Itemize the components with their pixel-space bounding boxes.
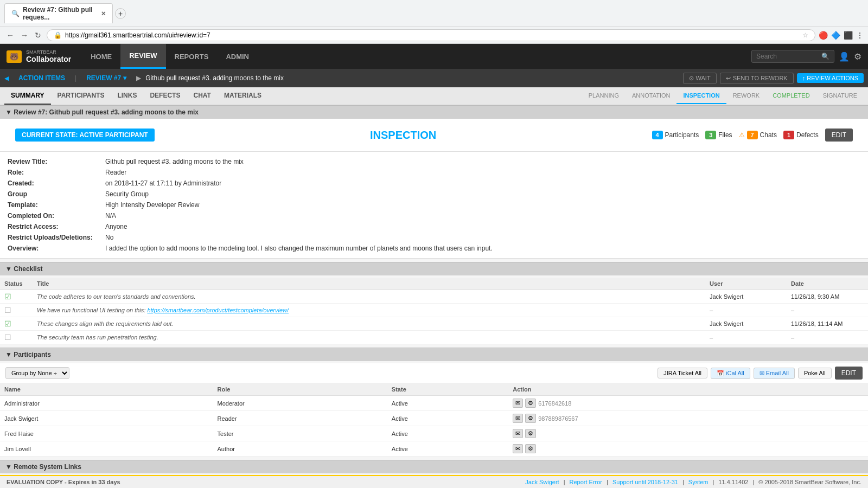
participant-name: Fred Haise <box>0 426 213 441</box>
ical-all-btn[interactable]: 📅 iCal All <box>711 368 750 379</box>
wait-btn[interactable]: ⊙ WAIT <box>683 73 717 84</box>
settings-btn[interactable]: ⚙ <box>525 429 536 438</box>
forward-btn[interactable]: → <box>18 30 30 41</box>
star-icon[interactable]: ☆ <box>802 31 808 39</box>
footer-links: Jack Swigert | Report Error | Support un… <box>525 479 861 485</box>
tab-summary[interactable]: SUMMARY <box>4 87 51 105</box>
browser-ext-1[interactable]: 🔴 <box>819 31 828 40</box>
checkbox-checked-icon[interactable]: ☑ <box>4 292 11 301</box>
stage-completed[interactable]: COMPLETED <box>766 88 816 104</box>
new-tab-btn[interactable]: + <box>115 8 126 19</box>
email-all-btn[interactable]: ✉ Email All <box>754 368 795 379</box>
overview-value: I added the option to add moons to the m… <box>105 245 493 252</box>
email-btn[interactable]: ✉ <box>513 444 523 453</box>
sub-nav-actions: ⊙ WAIT ↩ SEND TO REWORK ↑ REVIEW ACTIONS <box>683 73 864 84</box>
group-by-select[interactable]: Group by None ÷ <box>5 367 69 379</box>
user-icon[interactable]: 👤 <box>839 52 850 62</box>
col-state: State <box>387 383 508 396</box>
footer-support-link[interactable]: Support until 2018-12-31 <box>612 479 678 485</box>
footer-user-link[interactable]: Jack Swigert <box>525 479 559 485</box>
checkbox-unchecked-icon[interactable]: ☐ <box>4 306 11 314</box>
inspection-edit-btn[interactable]: EDIT <box>825 129 853 142</box>
checkbox-unchecked-icon[interactable]: ☐ <box>4 333 11 342</box>
checkbox-checked-icon[interactable]: ☑ <box>4 319 11 328</box>
app-header: 🐻 SMARTBEAR Collaborator HOME REVIEW REP… <box>0 44 868 69</box>
settings-btn[interactable]: ⚙ <box>525 444 536 453</box>
tab-participants[interactable]: PARTICIPANTS <box>51 87 111 105</box>
title-label: Review Title: <box>8 158 105 165</box>
nav-admin[interactable]: ADMIN <box>217 44 258 69</box>
defects-count: 1 <box>783 131 794 139</box>
sub-nav: ◀ ACTION ITEMS | REVIEW #7 ▾ ▶ Github pu… <box>0 69 868 87</box>
info-row-created: Created: on 2018-11-27 at 17:11 by Admin… <box>8 178 860 189</box>
info-row-role: Role: Reader <box>8 167 860 178</box>
browser-ext-2[interactable]: 🔷 <box>831 31 840 40</box>
search-input[interactable] <box>756 53 821 60</box>
tab-chat[interactable]: CHAT <box>187 87 217 105</box>
review-link[interactable]: REVIEW #7 ▾ <box>81 69 132 87</box>
active-tab[interactable]: 🔍 Review #7: Github pull reques... ✕ <box>4 3 113 23</box>
settings-btn[interactable]: ⚙ <box>525 414 536 423</box>
search-box: 🔍 <box>751 50 834 63</box>
review-dropdown-icon[interactable]: ▾ <box>123 74 126 82</box>
remote-section-header[interactable]: ▼ Remote System Links <box>0 460 868 473</box>
refresh-btn[interactable]: ↻ <box>33 30 43 41</box>
tab-close-btn[interactable]: ✕ <box>101 10 106 17</box>
checklist-item-title: The code adheres to our team's standards… <box>33 290 705 304</box>
stage-rework[interactable]: REWORK <box>726 88 767 104</box>
tab-materials[interactable]: MATERIALS <box>218 87 268 105</box>
email-btn[interactable]: ✉ <box>513 429 523 438</box>
participant-row: Jim Lovell Author Active ✉ ⚙ <box>0 441 868 457</box>
email-btn[interactable]: ✉ <box>513 414 523 423</box>
action-items-link[interactable]: ACTION ITEMS <box>13 69 71 87</box>
checklist-row: ☐ The security team has run penetration … <box>0 331 868 344</box>
footer-system-link[interactable]: System <box>688 479 709 485</box>
stage-signature[interactable]: SIGNATURE <box>816 88 864 104</box>
back-btn[interactable]: ← <box>4 30 16 41</box>
stage-annotation[interactable]: ANNOTATION <box>626 88 676 104</box>
created-label: Created: <box>8 179 105 187</box>
review-section-header[interactable]: ▼ Review #7: Github pull request #3. add… <box>0 105 868 119</box>
nav-home[interactable]: HOME <box>82 44 120 69</box>
col-name: Name <box>0 383 213 396</box>
tab-links[interactable]: LINKS <box>111 87 143 105</box>
review-section-title: ▼ Review #7: Github pull request #3. add… <box>5 108 199 116</box>
footer-report-link[interactable]: Report Error <box>569 479 602 485</box>
files-count: 3 <box>705 131 716 139</box>
nav-review[interactable]: REVIEW <box>120 44 165 69</box>
browser-menu[interactable]: ⋮ <box>856 31 864 40</box>
settings-icon[interactable]: ⚙ <box>854 52 861 62</box>
logo-text: SMARTBEAR Collaborator <box>26 49 71 63</box>
participants-section-header[interactable]: ▼ Participants <box>0 348 868 361</box>
footer-copyright: © 2005-2018 SmartBear Software, Inc. <box>758 479 861 485</box>
stage-planning[interactable]: PLANNING <box>582 88 626 104</box>
browser-ext-3[interactable]: ⬛ <box>844 31 853 40</box>
poke-all-btn[interactable]: Poke All <box>798 368 832 378</box>
tab-defects[interactable]: DEFECTS <box>143 87 187 105</box>
url-bar[interactable] <box>65 31 802 39</box>
group-value: Security Group <box>105 190 149 198</box>
stage-inspection[interactable]: INSPECTION <box>676 88 726 104</box>
checklist-section-header[interactable]: ▼ Checklist <box>0 262 868 275</box>
send-to-rework-btn[interactable]: ↩ SEND TO REWORK <box>720 73 794 84</box>
search-icon[interactable]: 🔍 <box>821 53 829 60</box>
current-state-badge: CURRENT STATE: ACTIVE PARTICIPANT <box>15 129 155 142</box>
template-label: Template: <box>8 201 105 209</box>
info-row-completed: Completed On: N/A <box>8 210 860 221</box>
email-btn[interactable]: ✉ <box>513 399 523 408</box>
chats-stat: ⚠ 7 Chats <box>739 131 777 139</box>
checklist-item-title: We have run functional UI testing on thi… <box>33 304 705 317</box>
action-icons: ✉ ⚙ 6176842618 <box>513 399 864 408</box>
checklist-link[interactable]: https://smartbear.com/product/testcomple… <box>147 307 289 313</box>
defects-stat: 1 Defects <box>783 131 819 139</box>
jira-ticket-all-btn[interactable]: JIRA Ticket All <box>658 368 707 378</box>
participant-role: Reader <box>213 411 387 426</box>
participants-edit-btn[interactable]: EDIT <box>835 367 863 380</box>
footer-sep: | <box>682 479 684 485</box>
settings-btn[interactable]: ⚙ <box>525 399 536 408</box>
stage-tabs: PLANNING ANNOTATION INSPECTION REWORK CO… <box>582 88 864 104</box>
restrict-value: Anyone <box>105 223 127 230</box>
review-actions-btn[interactable]: ↑ REVIEW ACTIONS <box>797 73 864 83</box>
nav-reports[interactable]: REPORTS <box>166 44 218 69</box>
completed-label: Completed On: <box>8 212 105 220</box>
